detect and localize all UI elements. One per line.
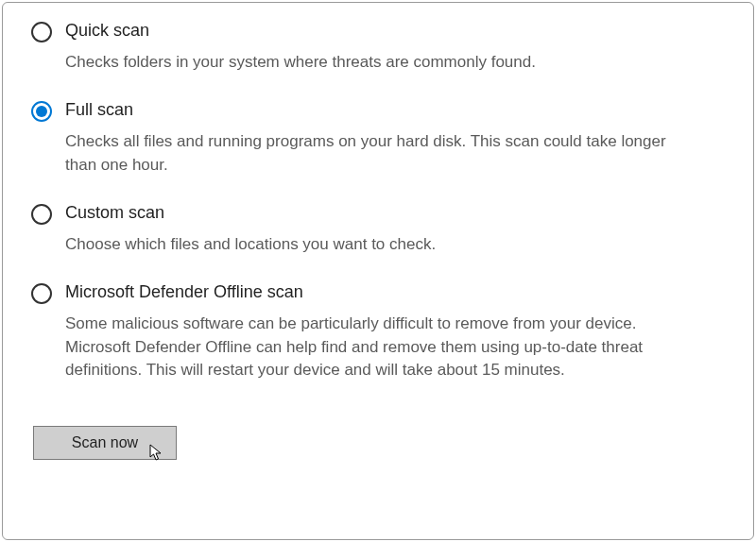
option-text: Full scan Checks all files and running p… — [65, 99, 670, 178]
radio-quick-scan[interactable] — [31, 22, 52, 42]
option-title-quick[interactable]: Quick scan — [65, 20, 670, 42]
option-title-custom[interactable]: Custom scan — [65, 202, 670, 224]
option-title-full[interactable]: Full scan — [65, 99, 670, 121]
option-desc-custom: Choose which files and locations you wan… — [65, 233, 670, 257]
option-text: Custom scan Choose which files and locat… — [65, 202, 670, 257]
option-quick-scan: Quick scan Checks folders in your system… — [31, 20, 725, 75]
option-desc-offline: Some malicious software can be particula… — [65, 313, 670, 382]
radio-full-scan[interactable] — [31, 101, 52, 122]
option-full-scan: Full scan Checks all files and running p… — [31, 99, 725, 178]
scan-options-panel: Quick scan Checks folders in your system… — [2, 2, 754, 540]
option-text: Quick scan Checks folders in your system… — [65, 20, 670, 75]
option-text: Microsoft Defender Offline scan Some mal… — [65, 281, 670, 382]
option-desc-quick: Checks folders in your system where thre… — [65, 51, 670, 75]
scan-now-button[interactable]: Scan now — [33, 426, 177, 460]
option-desc-full: Checks all files and running programs on… — [65, 130, 670, 177]
scan-now-label: Scan now — [72, 434, 138, 450]
option-custom-scan: Custom scan Choose which files and locat… — [31, 202, 725, 257]
radio-offline-scan[interactable] — [31, 283, 52, 304]
radio-custom-scan[interactable] — [31, 204, 52, 225]
cursor-icon — [149, 444, 164, 463]
option-offline-scan: Microsoft Defender Offline scan Some mal… — [31, 281, 725, 382]
option-title-offline[interactable]: Microsoft Defender Offline scan — [65, 281, 670, 303]
